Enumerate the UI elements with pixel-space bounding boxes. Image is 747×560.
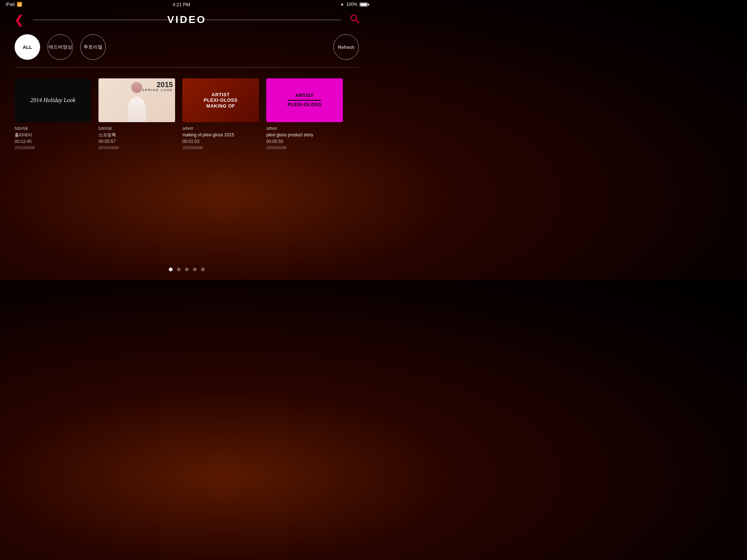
video-duration-4: 00:00:56 [266, 138, 343, 145]
video-meta-1: tutorial 홀리데이 00:12:45 2015/04/08 [15, 125, 91, 151]
video-category-2: tutorial [98, 125, 175, 132]
video-title-3: making of plexi gloss 2015 [182, 132, 259, 138]
video-duration-2: 00:05:57 [98, 138, 175, 145]
filter-tutorial-button[interactable]: 투토리얼 [80, 34, 106, 60]
page-title: VIDEO [167, 14, 206, 26]
header: ❮ VIDEO [0, 9, 374, 31]
video-card-4[interactable]: ARTIST PLEXI-GLOSS adver plexi gloss pro… [266, 78, 343, 151]
svg-line-1 [356, 20, 359, 23]
video-category-4: adver [266, 125, 343, 132]
video-date-3: 2015/04/08 [182, 145, 259, 151]
video-card-1[interactable]: 2014 Holiday Look tutorial 홀리데이 00:12:45… [15, 78, 91, 151]
video-meta-4: adver plexi gloss product story 00:00:56… [266, 125, 343, 151]
section-divider [15, 67, 359, 67]
device-name: iPad [6, 2, 15, 7]
video-duration-3: 00:01:03 [182, 138, 259, 145]
video-category-3: adver [182, 125, 259, 132]
video-card-2[interactable]: 2015 SPRING LOOK tutorial 스프링룩 00:05:57 … [98, 78, 175, 151]
video-date-4: 2015/04/08 [266, 145, 343, 151]
video-meta-3: adver making of plexi gloss 2015 00:01:0… [182, 125, 259, 151]
video-title-1: 홀리데이 [15, 132, 91, 138]
page-dot-5[interactable] [201, 268, 205, 271]
bluetooth-icon: ★ [340, 2, 344, 7]
battery-percentage: 100% [346, 2, 357, 7]
video-meta-2: tutorial 스프링룩 00:05:57 2015/04/08 [98, 125, 175, 151]
search-button[interactable] [347, 12, 363, 28]
video-date-1: 2015/04/08 [15, 145, 91, 151]
status-left: iPad 📶 [6, 2, 22, 7]
video-title-2: 스프링룩 [98, 132, 175, 138]
battery-icon [360, 3, 368, 7]
video-card-3[interactable]: ARTIST PLEXI-GLOSS MAKING OF adver makin… [182, 78, 259, 151]
page-dot-2[interactable] [177, 268, 181, 271]
filter-area: ALL 애드버영상 투토리얼 Refresh [0, 31, 374, 63]
status-right: ★ 100% [340, 2, 368, 7]
status-time: 4:21 PM [173, 2, 190, 7]
status-bar: iPad 📶 4:21 PM ★ 100% [0, 0, 374, 9]
back-button[interactable]: ❮ [11, 12, 27, 28]
video-thumb-4: ARTIST PLEXI-GLOSS [266, 78, 343, 122]
video-title-4: plexi gloss product story [266, 132, 343, 138]
thumb-plexi-text: ARTIST PLEXI-GLOSS MAKING OF [204, 92, 238, 109]
wifi-icon: 📶 [17, 2, 22, 7]
filter-all-button[interactable]: ALL [15, 34, 40, 60]
video-grid: 2014 Holiday Look tutorial 홀리데이 00:12:45… [0, 71, 374, 158]
thumb-holiday-text: 2014 Holiday Look [30, 97, 76, 104]
search-icon [349, 13, 360, 26]
page-indicators [169, 268, 205, 271]
thumb-magenta-text: ARTIST PLEXI-GLOSS [288, 93, 322, 108]
video-thumb-3: ARTIST PLEXI-GLOSS MAKING OF [182, 78, 259, 122]
page-dot-3[interactable] [185, 268, 189, 271]
refresh-button[interactable]: Refresh [333, 34, 359, 60]
page-dot-4[interactable] [193, 268, 197, 271]
filter-advert-button[interactable]: 애드버영상 [47, 34, 73, 60]
video-date-2: 2015/04/08 [98, 145, 175, 151]
video-thumb-1: 2014 Holiday Look [15, 78, 91, 122]
page-dot-1[interactable] [169, 268, 173, 271]
video-thumb-2: 2015 SPRING LOOK [98, 78, 175, 122]
video-duration-1: 00:12:45 [15, 138, 91, 145]
back-chevron-icon: ❮ [14, 14, 24, 26]
video-category-1: tutorial [15, 125, 91, 132]
